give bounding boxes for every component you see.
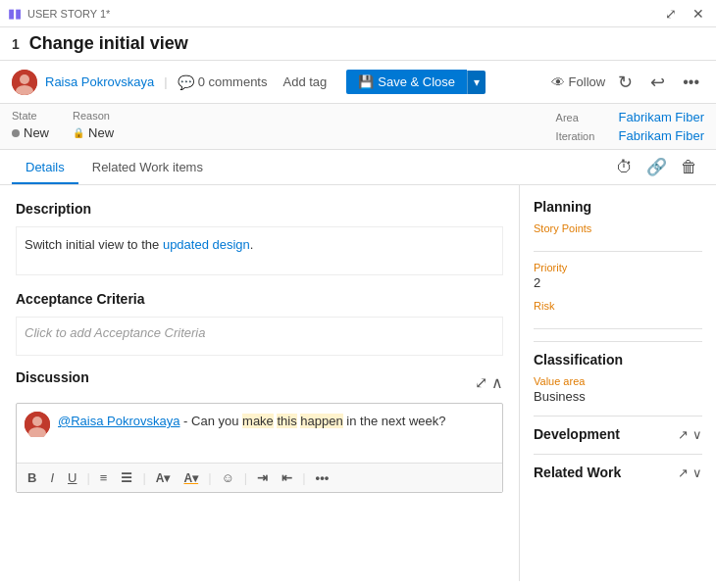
user-name[interactable]: Raisa Pokrovskaya bbox=[45, 74, 154, 89]
area-row: Area Fabrikam Fiber bbox=[556, 110, 704, 124]
discussion-toolbar: B I U | ≡ ☰ | A▾ A▾ | ☺ | ⇥ ⇤ | ••• bbox=[17, 463, 502, 492]
restore-button[interactable]: ⤢ bbox=[661, 4, 681, 24]
save-icon: 💾 bbox=[358, 74, 374, 89]
priority-value[interactable]: 2 bbox=[534, 275, 702, 290]
disc-text-rest: in the next week? bbox=[343, 414, 446, 428]
highlight-button[interactable]: A▾ bbox=[151, 468, 176, 488]
reason-field-group: Reason 🔒 New bbox=[73, 110, 114, 143]
value-area-label: Value area bbox=[534, 375, 702, 387]
add-tag-button[interactable]: Add tag bbox=[275, 71, 334, 93]
title-bar: ▮▮ USER STORY 1* ⤢ ✕ bbox=[0, 0, 716, 27]
discussion-header: Discussion ⤢ ∧ bbox=[16, 369, 503, 395]
title-bar-left: ▮▮ USER STORY 1* bbox=[8, 6, 110, 21]
italic-button[interactable]: I bbox=[45, 467, 59, 488]
iteration-row: Iteration Fabrikam Fiber bbox=[556, 128, 704, 143]
desc-text-2: . bbox=[250, 237, 254, 252]
disc-highlight-make: make bbox=[242, 414, 274, 428]
risk-value[interactable] bbox=[534, 314, 702, 329]
development-header[interactable]: Development ↗ ∨ bbox=[534, 426, 702, 442]
state-field-group: State New bbox=[12, 110, 49, 143]
area-iteration-group: Area Fabrikam Fiber Iteration Fabrikam F… bbox=[556, 110, 704, 143]
save-close-dropdown[interactable]: ▾ bbox=[467, 71, 486, 94]
related-work-icons: ↗ ∨ bbox=[678, 466, 702, 480]
risk-field: Risk bbox=[534, 300, 702, 329]
indent-button[interactable]: ⇥ bbox=[252, 467, 273, 488]
reason-value[interactable]: New bbox=[88, 125, 114, 140]
related-work-title: Related Work bbox=[534, 465, 621, 480]
development-collapse-icon[interactable]: ∨ bbox=[692, 427, 702, 442]
tab-details[interactable]: Details bbox=[12, 152, 78, 184]
discussion-expand-button[interactable]: ⤢ bbox=[475, 373, 487, 392]
comment-icon: 💬 bbox=[178, 74, 194, 90]
related-work-expand-icon[interactable]: ↗ bbox=[678, 466, 689, 480]
history-tab-button[interactable]: ⏱ bbox=[609, 154, 639, 181]
tab-related-work-items[interactable]: Related Work items bbox=[78, 152, 217, 184]
align-button[interactable]: ≡ bbox=[95, 467, 113, 488]
discussion-section: Discussion ⤢ ∧ @Raisa P bbox=[16, 369, 503, 493]
classification-section: Classification Value area Business bbox=[534, 341, 702, 404]
disc-text-dash: - Can you bbox=[179, 414, 242, 428]
more-format-button[interactable]: ••• bbox=[311, 467, 334, 488]
work-item-id: 1 bbox=[12, 36, 20, 52]
iteration-label: Iteration bbox=[556, 130, 611, 142]
save-label: Save & Close bbox=[378, 74, 455, 89]
svg-point-4 bbox=[32, 416, 42, 426]
list-button[interactable]: ☰ bbox=[116, 467, 137, 488]
story-label: USER STORY 1* bbox=[27, 8, 110, 20]
state-value[interactable]: New bbox=[24, 125, 49, 140]
follow-label: Follow bbox=[569, 74, 606, 89]
desc-link[interactable]: updated design bbox=[163, 237, 250, 252]
development-section: Development ↗ ∨ bbox=[534, 416, 702, 442]
value-area-field: Value area Business bbox=[534, 375, 702, 404]
main-content: Description Switch initial view to the u… bbox=[0, 185, 716, 581]
more-button[interactable]: ••• bbox=[678, 72, 704, 93]
follow-button[interactable]: 👁 Follow bbox=[551, 74, 606, 90]
story-points-label: Story Points bbox=[534, 222, 702, 234]
description-text: Switch initial view to the updated desig… bbox=[16, 226, 503, 275]
title-bar-right: ⤢ ✕ bbox=[661, 4, 708, 24]
value-area-value[interactable]: Business bbox=[534, 389, 702, 404]
work-item-header: 1 Change initial view bbox=[0, 27, 716, 61]
undo-button[interactable]: ↩ bbox=[645, 70, 670, 95]
toolbar: Raisa Pokrovskaya | 💬 0 comments Add tag… bbox=[0, 61, 716, 104]
svg-point-1 bbox=[20, 74, 29, 84]
delete-tab-button[interactable]: 🗑 bbox=[674, 154, 704, 181]
reason-value-row: 🔒 New bbox=[73, 125, 114, 140]
comments-label: 0 comments bbox=[198, 74, 268, 89]
classification-title: Classification bbox=[534, 352, 702, 368]
description-section-title: Description bbox=[16, 201, 503, 217]
text-color-button[interactable]: A▾ bbox=[179, 468, 203, 488]
underline-button[interactable]: U bbox=[63, 467, 81, 488]
left-panel: Description Switch initial view to the u… bbox=[0, 185, 520, 581]
comments-button[interactable]: 💬 0 comments bbox=[178, 74, 268, 90]
bold-button[interactable]: B bbox=[23, 467, 41, 488]
story-points-field: Story Points bbox=[534, 222, 702, 252]
state-dot-icon bbox=[12, 129, 20, 137]
planning-title: Planning bbox=[534, 199, 702, 215]
discussion-title: Discussion bbox=[16, 369, 89, 385]
discussion-collapse-button[interactable]: ∧ bbox=[491, 373, 503, 392]
close-button[interactable]: ✕ bbox=[689, 4, 708, 24]
related-work-collapse-icon[interactable]: ∨ bbox=[692, 466, 702, 480]
disc-mention[interactable]: @Raisa Pokrovskaya bbox=[58, 414, 179, 428]
disc-highlight-happen: happen bbox=[300, 414, 342, 428]
links-tab-button[interactable]: 🔗 bbox=[639, 153, 674, 181]
discussion-message[interactable]: @Raisa Pokrovskaya - Can you make this h… bbox=[58, 412, 446, 431]
iteration-value[interactable]: Fabrikam Fiber bbox=[619, 128, 704, 143]
emoji-button[interactable]: ☺ bbox=[217, 467, 239, 488]
acceptance-title: Acceptance Criteria bbox=[16, 291, 503, 307]
area-value[interactable]: Fabrikam Fiber bbox=[619, 110, 704, 124]
work-item-title: Change initial view bbox=[29, 33, 188, 54]
state-label: State bbox=[12, 110, 49, 122]
development-expand-icon[interactable]: ↗ bbox=[678, 427, 689, 442]
save-close-button[interactable]: 💾 Save & Close bbox=[346, 70, 467, 94]
development-icons: ↗ ∨ bbox=[678, 427, 702, 442]
reason-label: Reason bbox=[73, 110, 114, 122]
desc-text-1: Switch initial view to the bbox=[25, 237, 163, 252]
related-work-header[interactable]: Related Work ↗ ∨ bbox=[534, 465, 702, 480]
outdent-button[interactable]: ⇤ bbox=[277, 467, 297, 488]
refresh-button[interactable]: ↻ bbox=[613, 70, 638, 95]
story-points-value[interactable] bbox=[534, 236, 702, 252]
acceptance-input[interactable]: Click to add Acceptance Criteria bbox=[16, 317, 503, 356]
follow-eye-icon: 👁 bbox=[551, 74, 565, 90]
